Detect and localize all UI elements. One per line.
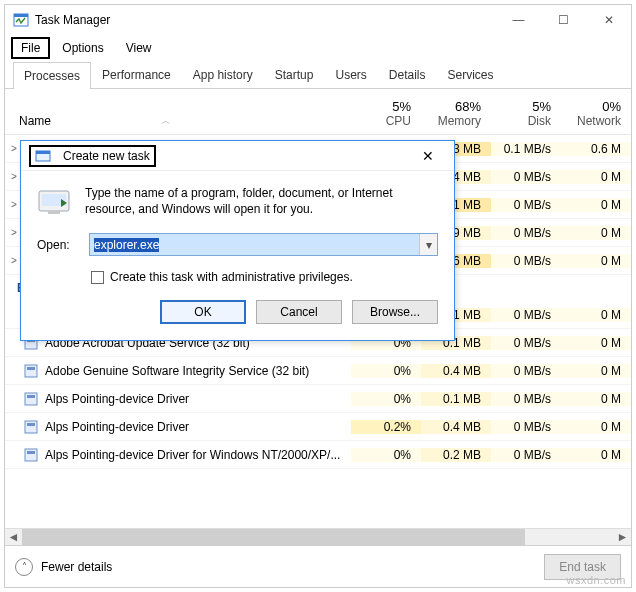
column-disk[interactable]: 5%Disk	[491, 99, 561, 128]
table-row[interactable]: Alps Pointing-device Driver0.2%0.4 MB0 M…	[5, 413, 631, 441]
network-cell: 0.6 M	[561, 142, 631, 156]
tab-processes[interactable]: Processes	[13, 62, 91, 89]
admin-checkbox[interactable]: Create this task with administrative pri…	[91, 270, 438, 284]
svg-rect-22	[25, 449, 37, 461]
window-title: Task Manager	[35, 13, 110, 27]
scroll-track[interactable]	[22, 529, 614, 546]
svg-rect-20	[25, 421, 37, 433]
disk-cell: 0 MB/s	[491, 448, 561, 462]
tab-app-history[interactable]: App history	[182, 61, 264, 88]
memory-cell: 0.4 MB	[421, 364, 491, 378]
process-icon	[23, 391, 39, 407]
column-headers: Name ︿ 5%CPU 68%Memory 5%Disk 0%Network	[5, 89, 631, 135]
dialog-title: Create new task	[63, 149, 150, 163]
dialog-close-button[interactable]: ✕	[408, 142, 448, 170]
tabstrip: Processes Performance App history Startu…	[5, 61, 631, 89]
table-row[interactable]: Alps Pointing-device Driver0%0.1 MB0 MB/…	[5, 385, 631, 413]
network-cell: 0 M	[561, 392, 631, 406]
ok-button[interactable]: OK	[160, 300, 246, 324]
disk-cell: 0.1 MB/s	[491, 142, 561, 156]
menu-file[interactable]: File	[11, 37, 50, 59]
disk-cell: 0 MB/s	[491, 308, 561, 322]
disk-cell: 0 MB/s	[491, 198, 561, 212]
scroll-thumb[interactable]	[22, 529, 525, 546]
disk-cell: 0 MB/s	[491, 420, 561, 434]
svg-rect-1	[14, 14, 28, 17]
process-icon	[23, 419, 39, 435]
minimize-button[interactable]: —	[496, 5, 541, 35]
memory-cell: 0.1 MB	[421, 392, 491, 406]
create-new-task-dialog: Create new task ✕ Type the name of a pro…	[20, 140, 455, 341]
dialog-instruction: Type the name of a program, folder, docu…	[85, 185, 438, 217]
table-row[interactable]: Adobe Genuine Software Integrity Service…	[5, 357, 631, 385]
svg-rect-16	[25, 365, 37, 377]
svg-rect-17	[27, 367, 35, 370]
network-cell: 0 M	[561, 254, 631, 268]
fewer-details-toggle[interactable]: ˄ Fewer details	[15, 558, 112, 576]
svg-rect-21	[27, 423, 35, 426]
maximize-button[interactable]: ☐	[541, 5, 586, 35]
scroll-right-icon[interactable]: ►	[614, 529, 631, 546]
open-label: Open:	[37, 238, 77, 252]
tab-startup[interactable]: Startup	[264, 61, 325, 88]
table-row[interactable]: Alps Pointing-device Driver for Windows …	[5, 441, 631, 469]
cpu-cell: 0%	[351, 392, 421, 406]
column-name[interactable]: Name ︿	[5, 114, 351, 128]
process-name: Alps Pointing-device Driver	[45, 420, 351, 434]
disk-cell: 0 MB/s	[491, 226, 561, 240]
watermark: wsxdn.com	[566, 574, 626, 586]
disk-cell: 0 MB/s	[491, 170, 561, 184]
tab-details[interactable]: Details	[378, 61, 437, 88]
menubar: File Options View	[5, 35, 631, 61]
network-cell: 0 M	[561, 364, 631, 378]
process-name: Alps Pointing-device Driver	[45, 392, 351, 406]
horizontal-scrollbar[interactable]: ◄ ►	[5, 528, 631, 545]
menu-view[interactable]: View	[116, 37, 162, 59]
tab-performance[interactable]: Performance	[91, 61, 182, 88]
run-dialog-icon	[35, 148, 51, 164]
disk-cell: 0 MB/s	[491, 392, 561, 406]
network-cell: 0 M	[561, 170, 631, 184]
column-cpu[interactable]: 5%CPU	[351, 99, 421, 128]
admin-checkbox-label: Create this task with administrative pri…	[110, 270, 353, 284]
sort-indicator-icon: ︿	[161, 114, 171, 128]
cpu-cell: 0%	[351, 364, 421, 378]
disk-cell: 0 MB/s	[491, 336, 561, 350]
process-name: Alps Pointing-device Driver for Windows …	[45, 448, 351, 462]
column-network[interactable]: 0%Network	[561, 99, 631, 128]
dialog-titlebar[interactable]: Create new task ✕	[21, 141, 454, 171]
svg-rect-18	[25, 393, 37, 405]
cpu-cell: 0%	[351, 448, 421, 462]
open-input[interactable]	[90, 234, 419, 255]
disk-cell: 0 MB/s	[491, 364, 561, 378]
svg-rect-25	[36, 151, 50, 154]
disk-cell: 0 MB/s	[491, 254, 561, 268]
task-manager-icon	[13, 12, 29, 28]
process-name: Adobe Genuine Software Integrity Service…	[45, 364, 351, 378]
open-combobox[interactable]: ▾	[89, 233, 438, 256]
network-cell: 0 M	[561, 226, 631, 240]
cancel-button[interactable]: Cancel	[256, 300, 342, 324]
network-cell: 0 M	[561, 448, 631, 462]
network-cell: 0 M	[561, 198, 631, 212]
menu-options[interactable]: Options	[52, 37, 113, 59]
titlebar[interactable]: Task Manager — ☐ ✕	[5, 5, 631, 35]
svg-rect-19	[27, 395, 35, 398]
checkbox-icon	[91, 271, 104, 284]
scroll-left-icon[interactable]: ◄	[5, 529, 22, 546]
network-cell: 0 M	[561, 308, 631, 322]
browse-button[interactable]: Browse...	[352, 300, 438, 324]
process-icon	[23, 363, 39, 379]
footer: ˄ Fewer details End task	[5, 545, 631, 587]
process-icon	[23, 447, 39, 463]
cpu-cell: 0.2%	[351, 420, 421, 434]
chevron-down-icon[interactable]: ▾	[419, 234, 437, 255]
column-memory[interactable]: 68%Memory	[421, 99, 491, 128]
tab-services[interactable]: Services	[437, 61, 505, 88]
tab-users[interactable]: Users	[324, 61, 377, 88]
memory-cell: 0.4 MB	[421, 420, 491, 434]
close-button[interactable]: ✕	[586, 5, 631, 35]
svg-rect-28	[48, 211, 60, 214]
svg-rect-23	[27, 451, 35, 454]
run-program-icon	[37, 185, 71, 219]
